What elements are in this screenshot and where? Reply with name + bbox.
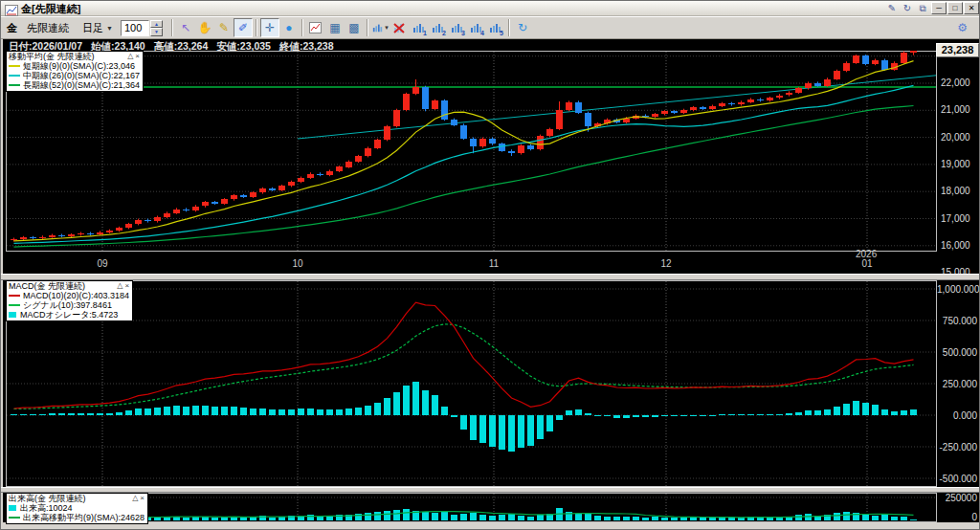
oscillator-label: MACDオシレータ:5.4723 <box>20 310 118 320</box>
sma52-color-chip <box>9 84 20 86</box>
volume-legend-title: 出来高(金 先限連続) <box>9 494 86 503</box>
macd-axis-label: 1,000.000 <box>937 284 979 295</box>
signal-line-chip <box>9 304 20 306</box>
refresh-tool-icon[interactable]: ↻ <box>513 18 532 37</box>
period-label: 日足 <box>82 21 103 35</box>
panel-splitter-1[interactable] <box>1 274 980 280</box>
indicator-menu-tool-icon[interactable]: ▼ <box>371 18 390 37</box>
sma52-label: 長期線(52)(0)(SMA)(C):21,364 <box>23 80 140 90</box>
month-axis-label: 11 <box>481 258 506 269</box>
month-axis-label: 01 <box>855 258 880 269</box>
sma9-color-chip <box>9 65 20 67</box>
reload-icon[interactable]: ↻ <box>900 2 915 14</box>
cascade-icon[interactable]: ⧉ <box>915 2 930 14</box>
cursor-tool-icon[interactable]: ↖ <box>176 18 195 37</box>
layout-2-tool-icon[interactable]: 2 <box>429 18 448 37</box>
volume-chip <box>9 505 16 511</box>
sma26-color-chip <box>9 75 20 77</box>
bar-count-input[interactable]: 100 <box>121 20 149 36</box>
month-axis-label: 10 <box>285 258 310 269</box>
pencil-tool-icon[interactable]: ✎ <box>214 18 234 37</box>
macd-axis-label: 750.000 <box>937 316 979 326</box>
layout-3-tool-icon[interactable]: 3 <box>448 18 467 37</box>
bar-count-spinner[interactable]: 100 ▲ ▼ <box>121 20 163 36</box>
volume-ma-label: 出来高移動平均(9)(SMA):24628 <box>23 513 145 522</box>
ohlc-info-bar: 日付:2026/01/07始値:23,140高値:23,264安値:23,035… <box>9 40 343 51</box>
series-label: 先限連続 <box>27 21 69 35</box>
annotate-icon[interactable]: ✎ <box>884 2 900 14</box>
macd-axis-label: -500.000 <box>937 474 979 484</box>
hand-tool-icon[interactable]: ✋ <box>195 18 214 37</box>
spin-down-icon[interactable]: ▼ <box>150 28 163 36</box>
legend-collapse-icon[interactable]: △ <box>127 52 133 61</box>
year-axis-label: 2026 <box>856 249 877 259</box>
minimize-button[interactable]: ─ <box>931 2 947 14</box>
symbol-label: 金 <box>7 21 17 35</box>
legend-close-icon[interactable]: × <box>140 494 145 503</box>
volume-legend: 出来高(金 先限連続) △ × 出来高:10024 出来高移動平均(9)(SMA… <box>6 493 148 524</box>
price-axis-label: 20,000 <box>941 132 979 143</box>
price-axis-label: 17,000 <box>941 213 979 224</box>
macd-label: MACD(10)(20)(C):403.3184 <box>23 291 129 300</box>
price-axis-label: 16,000 <box>941 240 979 251</box>
chevron-down-icon: ▼ <box>106 25 113 32</box>
signal-label: シグナル(10):397.8461 <box>23 300 112 310</box>
last-price-badge: 23,238 <box>936 43 979 57</box>
new-chart-window-tool-icon[interactable] <box>306 18 325 37</box>
layout-4-tool-icon[interactable]: 4 <box>467 18 486 37</box>
price-axis-label: 22,000 <box>941 77 979 88</box>
price-axis-label: 18,000 <box>941 186 979 196</box>
legend-close-icon[interactable]: × <box>124 281 129 291</box>
price-axis-label: 19,000 <box>941 159 979 169</box>
legend-close-icon[interactable]: × <box>135 52 140 61</box>
macd-plot[interactable] <box>6 280 937 491</box>
maximize-button[interactable]: □ <box>947 2 963 14</box>
layout-1-tool-icon[interactable]: 1 <box>410 18 429 37</box>
window-title: 金[先限連続] <box>21 2 80 15</box>
macd-axis-label: 250.000 <box>937 379 979 389</box>
crosshair-tool-icon[interactable]: ✛ <box>260 18 279 37</box>
volume-axis-label: 0 <box>937 512 979 522</box>
remove-indicator-tool-icon[interactable] <box>390 18 410 37</box>
period-select[interactable]: 日足 ▼ <box>78 19 117 37</box>
sma26-label: 中期線(26)(0)(SMA)(C):22,167 <box>23 71 140 80</box>
toolbar: 金 先限連続 日足 ▼ 100 ▲ ▼ ↖✋✎✐✛●▦▩▼12345↻ ⚙ <box>1 16 980 39</box>
volume-ma-chip <box>9 517 20 519</box>
oscillator-chip <box>9 312 16 318</box>
chart-area: 日付:2026/01/07始値:23,140高値:23,264安値:23,035… <box>1 39 980 530</box>
main-price-plot[interactable] <box>6 51 937 255</box>
wrench-icon[interactable]: ⚙ <box>951 20 973 35</box>
ma-legend-title: 移動平均(金 先限連続) <box>9 52 95 61</box>
ma-legend: 移動平均(金 先限連続) △ × 短期線(9)(0)(SMA)(C):23,04… <box>6 51 144 92</box>
macd-axis-label: 0.000 <box>937 410 979 421</box>
macd-legend-title: MACD(金 先限連続) <box>9 281 85 291</box>
sphere-tool-icon[interactable]: ● <box>279 18 299 37</box>
month-axis-label: 12 <box>654 258 679 269</box>
layout-5-tool-icon[interactable]: 5 <box>486 18 505 37</box>
macd-axis-label: -250.000 <box>937 442 979 453</box>
macd-axis-label: 500.000 <box>937 347 979 358</box>
marker-tool-icon[interactable]: ✐ <box>234 18 253 37</box>
macd-legend: MACD(金 先限連続) △ × MACD(10)(20)(C):403.318… <box>6 280 133 321</box>
spin-up-icon[interactable]: ▲ <box>150 20 163 29</box>
grid-tool-icon[interactable]: ▦ <box>325 18 345 37</box>
price-axis-label: 21,000 <box>941 104 979 115</box>
titlebar[interactable]: 金[先限連続] ✎ ↻ ⧉ ─ □ ✕ <box>1 1 980 16</box>
month-axis-label: 09 <box>90 258 115 269</box>
legend-collapse-icon[interactable]: △ <box>132 494 138 503</box>
chart-window: 金[先限連続] ✎ ↻ ⧉ ─ □ ✕ 金 先限連続 日足 ▼ 100 ▲ ▼ … <box>0 0 980 530</box>
close-button[interactable]: ✕ <box>964 2 979 14</box>
macd-line-chip <box>9 295 20 297</box>
legend-collapse-icon[interactable]: △ <box>117 281 122 291</box>
grid-dense-tool-icon[interactable]: ▩ <box>345 18 364 37</box>
volume-axis-label: 250000 <box>937 493 979 503</box>
volume-label: 出来高:10024 <box>20 503 73 513</box>
sma9-label: 短期線(9)(0)(SMA)(C):23,046 <box>23 61 135 71</box>
chart-app-icon <box>5 3 18 14</box>
